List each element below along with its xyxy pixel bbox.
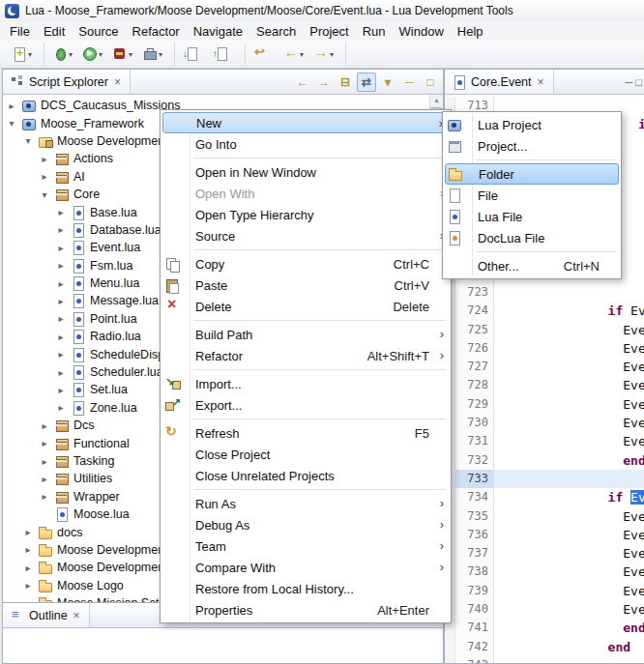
expand-arrow-icon[interactable]: ▸ xyxy=(55,367,67,378)
menu-item[interactable] xyxy=(162,317,449,324)
menu-item[interactable] xyxy=(162,155,449,161)
expand-arrow-icon[interactable]: ▸ xyxy=(22,527,34,537)
expand-arrow-icon[interactable]: ▸ xyxy=(55,207,67,217)
tab-core-event[interactable]: Core.Event xyxy=(445,70,554,94)
expand-arrow-icon[interactable]: ▸ xyxy=(39,474,50,484)
minimize-view-button[interactable]: ─ xyxy=(399,72,419,92)
dropdown-arrow-icon[interactable]: ▾ xyxy=(99,50,106,59)
dropdown-arrow-icon[interactable]: ▾ xyxy=(300,50,307,59)
menu-item-open-in-new-window[interactable]: Open in New Window xyxy=(162,161,449,183)
submenu-item-project[interactable]: Project... xyxy=(445,135,619,157)
minimize-icon[interactable] xyxy=(626,76,633,88)
menu-item-compare-with[interactable]: Compare With › xyxy=(162,557,449,578)
menubar-item[interactable]: Help xyxy=(451,22,490,41)
menu-item-run-as[interactable]: Run As › xyxy=(162,493,449,514)
submenu-item-other[interactable]: Other... Ctrl+N xyxy=(445,255,619,276)
menubar-item[interactable]: Search xyxy=(249,22,303,41)
expand-arrow-icon[interactable]: ▸ xyxy=(6,101,17,111)
menu-item-team[interactable]: Team › xyxy=(162,535,449,557)
coverage-button[interactable]: ▾ xyxy=(109,42,139,67)
menu-item-import[interactable]: Import... xyxy=(162,373,449,394)
code-text[interactable]: Event.I xyxy=(494,563,644,581)
expand-arrow-icon[interactable]: ▸ xyxy=(55,278,67,289)
expand-arrow-icon[interactable]: ▸ xyxy=(55,332,67,342)
code-text[interactable]: if Event.ta xyxy=(494,656,644,663)
menu-item-paste[interactable]: Paste Ctrl+V xyxy=(162,274,449,296)
menubar-item[interactable]: Navigate xyxy=(187,22,249,41)
view-menu-button[interactable]: ▾ xyxy=(378,72,397,92)
expand-arrow-icon[interactable]: ▾ xyxy=(22,135,34,146)
tab-outline[interactable]: Outline xyxy=(3,603,90,627)
code-text[interactable]: Event.I xyxy=(494,414,644,432)
menubar-item[interactable]: Refactor xyxy=(126,22,187,41)
dropdown-arrow-icon[interactable]: ▾ xyxy=(69,50,76,59)
expand-arrow-icon[interactable]: ▸ xyxy=(22,563,34,573)
submenu-item-doclua-file[interactable]: DocLua File xyxy=(445,227,619,248)
expand-arrow-icon[interactable]: ▸ xyxy=(22,544,34,555)
menu-item-refresh[interactable]: Refresh F5 xyxy=(162,422,449,444)
menu-item-copy[interactable]: Copy Ctrl+C xyxy=(162,253,449,274)
expand-arrow-icon[interactable]: ▸ xyxy=(39,491,50,502)
submenu-item[interactable] xyxy=(445,157,619,163)
menubar-item[interactable]: Edit xyxy=(37,22,72,41)
tab-script-explorer[interactable]: Script Explorer xyxy=(3,70,131,94)
expand-arrow-icon[interactable]: ▸ xyxy=(39,420,50,431)
next-annotation-button[interactable] xyxy=(180,42,210,67)
menu-item-open-type-hierarchy[interactable]: Open Type Hierarchy xyxy=(162,204,449,225)
code-text[interactable]: Event.I xyxy=(494,339,644,358)
code-text[interactable]: if Event. xyxy=(494,283,644,302)
code-text[interactable]: end xyxy=(494,432,644,450)
code-text[interactable]: Event.I xyxy=(494,358,644,376)
forward-button[interactable]: ▾ xyxy=(310,42,340,67)
menu-item-close-unrelated-projects[interactable]: Close Unrelated Projects xyxy=(162,465,449,486)
last-edit-location-button[interactable] xyxy=(250,42,280,67)
maximize-icon[interactable] xyxy=(635,76,642,88)
menu-item-restore-from-local-history[interactable]: Restore from Local History... xyxy=(162,578,449,599)
code-text[interactable]: if Event. xyxy=(494,470,644,488)
menu-item-build-path[interactable]: Build Path › xyxy=(162,324,449,345)
menu-item[interactable] xyxy=(162,246,449,253)
expand-arrow-icon[interactable]: ▸ xyxy=(39,438,50,448)
expand-arrow-icon[interactable]: ▸ xyxy=(22,580,34,591)
code-text[interactable]: Event.I xyxy=(494,395,644,414)
code-text[interactable]: Event.I xyxy=(494,526,644,544)
external-tools-button[interactable]: ▾ xyxy=(139,42,169,67)
expand-arrow-icon[interactable]: ▸ xyxy=(55,224,67,235)
menu-item-debug-as[interactable]: Debug As › xyxy=(162,514,449,535)
menubar-item[interactable]: Project xyxy=(303,22,355,41)
menu-item-new[interactable]: New › xyxy=(162,112,449,133)
expand-arrow-icon[interactable]: ▸ xyxy=(55,260,67,271)
dropdown-arrow-icon[interactable]: ▾ xyxy=(129,50,136,59)
code-text[interactable]: Event.I xyxy=(494,376,644,394)
expand-arrow-icon[interactable]: ▾ xyxy=(39,189,50,200)
code-text[interactable]: Event.I xyxy=(494,321,644,339)
menu-item-close-project[interactable]: Close Project xyxy=(162,444,449,465)
code-text[interactable]: Event.I xyxy=(494,302,644,320)
expand-arrow-icon[interactable]: ▸ xyxy=(55,349,67,360)
code-text[interactable]: Event.I xyxy=(494,582,644,600)
menubar-item[interactable]: Run xyxy=(356,22,393,41)
history-back-button[interactable]: ← xyxy=(293,72,312,92)
menu-item[interactable] xyxy=(162,486,449,493)
dropdown-arrow-icon[interactable]: ▾ xyxy=(159,50,166,59)
code-text[interactable] xyxy=(494,638,644,656)
code-text[interactable]: end xyxy=(494,619,644,637)
expand-arrow-icon[interactable]: ▸ xyxy=(55,313,67,324)
menu-item[interactable] xyxy=(162,416,449,422)
link-with-editor-button[interactable]: ⇄ xyxy=(357,72,376,92)
menubar-item[interactable]: Source xyxy=(72,22,125,41)
expand-arrow-icon[interactable]: ▸ xyxy=(39,154,50,164)
run-button[interactable]: ▾ xyxy=(79,42,109,67)
expand-arrow-icon[interactable]: ▸ xyxy=(39,456,50,467)
menu-item-go-into[interactable]: Go Into xyxy=(162,133,449,155)
dropdown-arrow-icon[interactable]: ▾ xyxy=(28,50,36,59)
submenu-item-lua-file[interactable]: Lua File xyxy=(445,206,619,227)
code-text[interactable]: Event.I xyxy=(494,488,644,506)
menu-item-open-with[interactable]: Open With › xyxy=(162,183,449,204)
new-button[interactable]: ▾ xyxy=(9,42,39,67)
dropdown-arrow-icon[interactable]: ▾ xyxy=(330,50,337,59)
close-icon[interactable] xyxy=(112,75,123,89)
submenu-item-folder[interactable]: Folder xyxy=(445,163,619,185)
close-icon[interactable] xyxy=(72,609,82,622)
expand-arrow-icon[interactable]: ▸ xyxy=(55,402,67,413)
